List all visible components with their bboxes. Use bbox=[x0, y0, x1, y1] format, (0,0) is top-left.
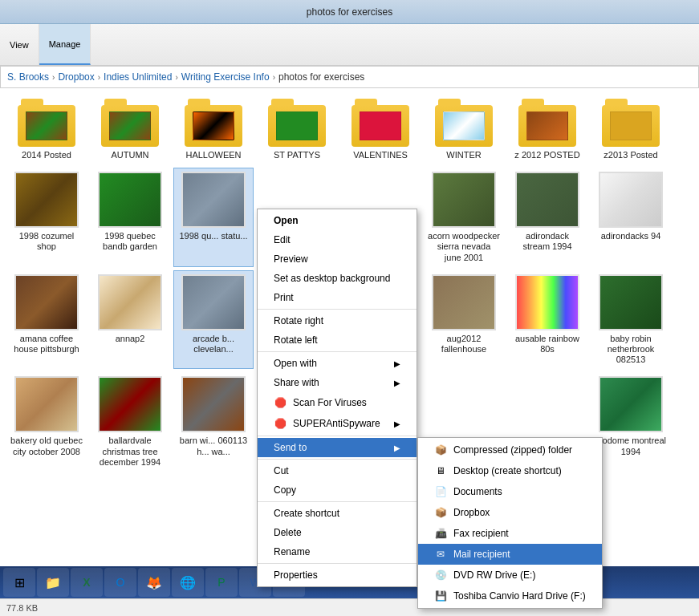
ctx-copy[interactable]: Copy bbox=[258, 480, 417, 500]
breadcrumb-sbrooks[interactable]: S. Brooks bbox=[7, 71, 49, 83]
sto-desktop[interactable]: 🖥Desktop (create shortcut) bbox=[418, 460, 602, 481]
photo-label: adirondack stream 1994 bbox=[511, 231, 583, 252]
tab-view[interactable]: View bbox=[0, 24, 39, 65]
ctx-share-with[interactable]: Share with bbox=[258, 373, 417, 392]
photo-quebec-bandb[interactable]: 1998 quebec bandb garden bbox=[90, 168, 170, 267]
breadcrumb-sep-1: › bbox=[52, 73, 55, 82]
ctx-print[interactable]: Print bbox=[258, 288, 417, 307]
folder-stpattys[interactable]: ST PATTYS bbox=[257, 95, 337, 164]
breadcrumb-dropbox[interactable]: Dropbox bbox=[58, 71, 94, 83]
ctx-sep-5 bbox=[258, 501, 417, 502]
toshiba-icon: 💾 bbox=[434, 590, 447, 602]
photo-bakery[interactable]: bakery old quebec city october 2008 bbox=[6, 372, 87, 472]
photo-adirondack-stream[interactable]: adirondack stream 1994 bbox=[507, 168, 587, 267]
ctx-preview[interactable]: Preview bbox=[258, 249, 417, 269]
ctx-create-shortcut[interactable]: Create shortcut bbox=[258, 504, 417, 523]
breadcrumb: S. Brooks › Dropbox › Indies Unlimited ›… bbox=[0, 66, 699, 88]
photo-biodome[interactable]: biodome montreal 1994 bbox=[591, 372, 671, 472]
super-icon: 🛑 bbox=[274, 417, 287, 430]
sto-dvd[interactable]: 💿DVD RW Drive (E:) bbox=[418, 565, 602, 586]
taskbar-chrome[interactable]: 🌐 bbox=[172, 568, 204, 597]
taskbar-outlook[interactable]: O bbox=[104, 568, 136, 597]
photo-barn[interactable]: barn wi... 060113 h... wa... bbox=[173, 372, 254, 472]
ctx-edit[interactable]: Edit bbox=[258, 230, 417, 249]
folder-z2012[interactable]: z 2012 POSTED bbox=[507, 95, 587, 164]
sto-documents[interactable]: 📄Documents bbox=[418, 481, 602, 502]
taskbar-start[interactable]: ⊞ bbox=[3, 568, 35, 597]
ctx-sep-1 bbox=[258, 309, 417, 310]
taskbar-excel[interactable]: X bbox=[71, 568, 103, 597]
breadcrumb-sep-2: › bbox=[98, 73, 100, 82]
folder-z2013[interactable]: z2013 Posted bbox=[591, 95, 671, 164]
window-title: photos for exercises bbox=[307, 6, 392, 18]
photo-annap2[interactable]: annap2 bbox=[90, 270, 170, 370]
photo-label: biodome montreal 1994 bbox=[595, 436, 667, 456]
compressed-icon: 📦 bbox=[434, 444, 447, 456]
photo-label: arcade b... clevelan... bbox=[177, 334, 250, 355]
sto-toshiba[interactable]: 💾Toshiba Canvio Hard Drive (F:) bbox=[418, 586, 602, 606]
title-bar: Picture Tools photos for exercises bbox=[0, 0, 699, 24]
sto-mail[interactable]: ✉Mail recipient bbox=[418, 544, 602, 565]
mail-icon: ✉ bbox=[434, 548, 447, 561]
photo-arcade-cleveland[interactable]: arcade b... clevelan... bbox=[173, 270, 254, 370]
ctx-open[interactable]: Open bbox=[258, 211, 417, 230]
photo-amana-coffee[interactable]: amana coffee house pittsburgh bbox=[6, 270, 87, 370]
photo-label: annap2 bbox=[116, 334, 145, 344]
breadcrumb-sep-3: › bbox=[175, 73, 177, 82]
photo-aug2012[interactable]: aug2012 fallenhouse bbox=[424, 270, 504, 370]
ctx-rename[interactable]: Rename bbox=[258, 542, 417, 561]
photo-ausable-rainbow[interactable]: ausable rainbow 80s bbox=[507, 270, 587, 370]
ctx-sep-2 bbox=[258, 351, 417, 352]
ctx-rotate-left[interactable]: Rotate left bbox=[258, 330, 417, 350]
taskbar-publisher[interactable]: P bbox=[205, 568, 238, 597]
breadcrumb-writingexercise[interactable]: Writing Exercise Info bbox=[181, 71, 270, 83]
folder-label: z2013 Posted bbox=[603, 150, 657, 160]
photo-acorn[interactable]: acorn woodpecker sierra nevada june 2001 bbox=[424, 168, 504, 267]
ctx-properties[interactable]: Properties bbox=[258, 565, 417, 585]
sto-dropbox[interactable]: 📦Dropbox bbox=[418, 502, 602, 523]
breadcrumb-indies[interactable]: Indies Unlimited bbox=[104, 71, 172, 83]
folder-label: ST PATTYS bbox=[274, 150, 320, 160]
ctx-send-to[interactable]: Send to bbox=[258, 438, 417, 457]
photo-adirondacks94[interactable]: adirondacks 94 bbox=[591, 168, 671, 267]
publisher-icon: P bbox=[212, 573, 231, 592]
sto-fax[interactable]: 📠Fax recipient bbox=[418, 523, 602, 544]
taskbar-explorer[interactable]: 📁 bbox=[37, 568, 69, 597]
photo-label: barn wi... 060113 h... wa... bbox=[177, 436, 250, 456]
breadcrumb-sep-4: › bbox=[273, 73, 275, 82]
dropbox-icon: 📦 bbox=[434, 506, 447, 519]
photo-baby-robin[interactable]: baby robin netherbrook 082513 bbox=[591, 270, 671, 370]
photo-label: 1998 cozumel shop bbox=[10, 231, 83, 252]
dvd-icon: 💿 bbox=[434, 569, 447, 582]
breadcrumb-current: photos for exercises bbox=[278, 71, 364, 83]
ctx-rotate-right[interactable]: Rotate right bbox=[258, 311, 417, 330]
folder-2014posted[interactable]: 2014 Posted bbox=[6, 95, 87, 164]
ctx-scan-viruses[interactable]: 🛑Scan For Viruses bbox=[258, 392, 417, 413]
photo-label: ausable rainbow 80s bbox=[511, 334, 583, 355]
folder-halloween[interactable]: HALLOWEEN bbox=[173, 95, 254, 164]
ctx-super-antispyware[interactable]: 🛑SUPERAntiSpyware bbox=[258, 413, 417, 434]
photo-ballardvale[interactable]: ballardvale christmas tree december 1994 bbox=[90, 372, 170, 472]
ctx-sep-6 bbox=[258, 563, 417, 564]
ctx-open-with[interactable]: Open with bbox=[258, 354, 417, 373]
tab-manage[interactable]: Manage bbox=[39, 24, 91, 65]
ctx-set-desktop-bg[interactable]: Set as desktop background bbox=[258, 269, 417, 288]
start-icon: ⊞ bbox=[10, 573, 29, 592]
ctx-cut[interactable]: Cut bbox=[258, 461, 417, 480]
taskbar-firefox[interactable]: 🦊 bbox=[138, 568, 170, 597]
firefox-icon: 🦊 bbox=[144, 573, 164, 592]
folder-valentines[interactable]: VALENTINES bbox=[340, 95, 421, 164]
status-text: 77.8 KB bbox=[6, 603, 38, 613]
folder-autumn[interactable]: AUTUMN bbox=[90, 95, 170, 164]
ctx-delete[interactable]: Delete bbox=[258, 523, 417, 542]
folder-winter[interactable]: WINTER bbox=[424, 95, 504, 164]
photo-cozumel[interactable]: 1998 cozumel shop bbox=[6, 168, 87, 267]
photo-label: adirondacks 94 bbox=[601, 231, 661, 241]
photo-label: aug2012 fallenhouse bbox=[428, 334, 500, 355]
outlook-icon: O bbox=[111, 573, 130, 592]
photo-quebec-statu[interactable]: 1998 qu... statu... bbox=[173, 168, 254, 267]
scan-icon: 🛑 bbox=[274, 396, 287, 409]
sto-compressed[interactable]: 📦Compressed (zipped) folder bbox=[418, 440, 602, 460]
folder-label: 2014 Posted bbox=[22, 150, 71, 160]
ctx-sep-4 bbox=[258, 459, 417, 460]
